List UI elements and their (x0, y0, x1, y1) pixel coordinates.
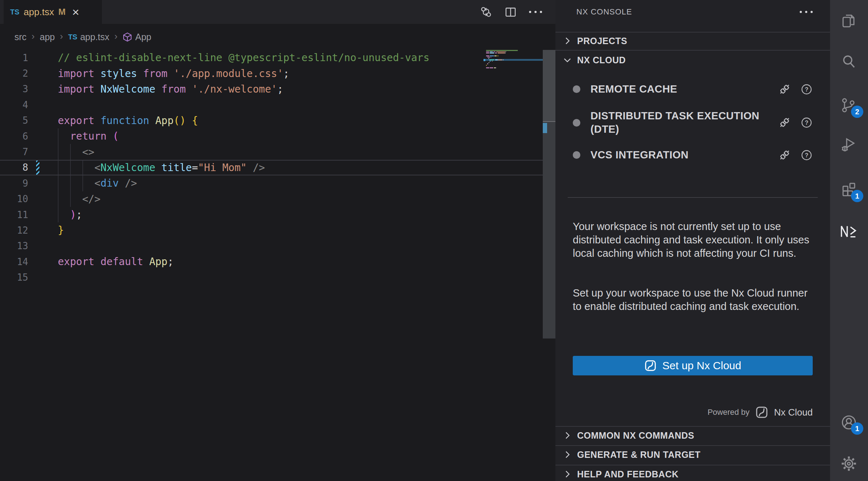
nx-console-panel: NX CONSOLE PROJECTS NX CLOUD REMOTE CACH… (555, 0, 830, 481)
run-debug-icon[interactable] (838, 135, 860, 156)
breadcrumb-label: app.tsx (80, 32, 109, 42)
code-line-text: export default App; (58, 256, 173, 268)
connect-plug-icon[interactable] (778, 116, 791, 129)
divider (568, 197, 818, 198)
section-common-nx-commands[interactable]: COMMON NX COMMANDS (555, 427, 830, 444)
tab-modified-indicator: M (58, 7, 65, 17)
help-icon[interactable]: ? (800, 149, 813, 161)
cloud-item-remote-cache[interactable]: REMOTE CACHE? (573, 82, 813, 96)
accounts-badge: 1 (851, 422, 863, 435)
breadcrumb-separator-icon: › (60, 31, 63, 42)
line-number: 6 (0, 131, 28, 142)
code-line-15: 15 (0, 269, 543, 285)
code-line-text: </> (58, 193, 100, 205)
code-line-11: 11 ); (0, 207, 543, 222)
modified-overview-mark (543, 123, 547, 133)
code-line-text: import NxWelcome from './nx-welcome'; (58, 83, 283, 95)
line-number: 14 (0, 256, 28, 267)
tab-app-tsx[interactable]: TS app.tsx M × (4, 0, 102, 24)
breadcrumb-item-app[interactable]: app (40, 32, 55, 42)
section-nx-cloud[interactable]: NX CLOUD (555, 51, 830, 69)
breadcrumb-separator-icon: › (115, 31, 118, 42)
source-control-icon[interactable]: 2 (838, 95, 860, 116)
typescript-file-icon: TS (10, 8, 20, 16)
code-line-text: ); (58, 209, 82, 221)
breadcrumb-item-app-tsx[interactable]: TSapp.tsx (68, 32, 109, 42)
typescript-file-icon: TS (68, 33, 77, 41)
code-line-7: 7 <> (0, 144, 543, 159)
editor-actions (480, 0, 542, 24)
code-line-text: <> (58, 146, 94, 158)
line-number: 7 (0, 146, 28, 157)
source-control-badge: 2 (851, 106, 863, 118)
section-label: HELP AND FEEDBACK (577, 469, 679, 480)
minimap[interactable] (486, 50, 543, 137)
line-number: 5 (0, 115, 28, 126)
divider (555, 50, 830, 51)
extensions-icon[interactable]: 1 (838, 179, 860, 201)
line-number: 9 (0, 178, 28, 189)
cloud-item-label: VCS INTEGRATION (590, 148, 778, 162)
breadcrumb: src›app›TSapp.tsx›App (14, 29, 151, 45)
line-number: 2 (0, 68, 28, 79)
code-line-text: <div /> (58, 177, 137, 189)
breadcrumb-item-app[interactable]: App (123, 32, 151, 42)
powered-by-nx-cloud[interactable]: Powered by Nx Cloud (708, 406, 813, 419)
code-line-text: <NxWelcome title="Hi Mom" /> (58, 162, 265, 174)
editor-region: TS app.tsx M × src›app›TSapp.tsx›App (0, 0, 555, 481)
line-number: 8 (0, 162, 28, 173)
connect-plug-icon[interactable] (778, 83, 791, 96)
cloud-item-label: DISTRIBUTED TASK EXECUTION (DTE) (590, 109, 778, 136)
settings-gear-icon[interactable] (838, 453, 860, 474)
tab-title: app.tsx (24, 7, 54, 18)
code-line-13: 13 (0, 238, 543, 254)
section-generate-run-target[interactable]: GENERATE & RUN TARGET (555, 446, 830, 463)
help-icon[interactable]: ? (800, 83, 813, 95)
help-icon[interactable]: ? (800, 116, 813, 129)
editor-scrollbar[interactable] (543, 50, 555, 339)
line-number: 10 (0, 193, 28, 204)
scrollbar-thumb[interactable] (543, 50, 555, 122)
activity-bar: 2 1 1 (830, 0, 868, 481)
line-number: 3 (0, 84, 28, 94)
code-line-2: 2import styles from './app.module.css'; (0, 65, 543, 81)
chevron-right-icon (563, 450, 572, 459)
svg-text:?: ? (805, 152, 808, 158)
code-line-5: 5export function App() { (0, 113, 543, 128)
cloud-item-distributed-task-execution-dte-[interactable]: DISTRIBUTED TASK EXECUTION (DTE)? (573, 109, 813, 136)
panel-more-actions-icon[interactable] (800, 7, 813, 17)
breadcrumb-item-src[interactable]: src (14, 32, 26, 42)
cloud-item-vcs-integration[interactable]: VCS INTEGRATION? (573, 148, 813, 162)
split-editor-icon[interactable] (504, 6, 517, 18)
code-line-12: 12} (0, 222, 543, 238)
section-projects-label: PROJECTS (577, 36, 627, 46)
line-number: 4 (0, 99, 28, 110)
nx-console-icon[interactable] (838, 221, 860, 242)
section-help-and-feedback[interactable]: HELP AND FEEDBACK (555, 465, 830, 481)
close-icon[interactable]: × (72, 6, 79, 18)
chevron-down-icon (563, 55, 572, 65)
workspace-status-text: Your workspace is not currently set up t… (573, 220, 818, 260)
explorer-icon[interactable] (838, 10, 860, 32)
panel-title: NX CONSOLE (576, 0, 632, 24)
setup-nx-cloud-button[interactable]: Set up Nx Cloud (573, 356, 813, 375)
code-line-text: // eslint-disable-next-line @typescript-… (58, 52, 429, 64)
code-editor[interactable]: 1// eslint-disable-next-line @typescript… (0, 50, 543, 285)
scrollbar-divider (543, 121, 555, 122)
nx-cloud-icon (755, 406, 768, 419)
accounts-icon[interactable]: 1 (838, 412, 860, 433)
breadcrumb-label: App (135, 32, 151, 42)
code-line-text: return ( (58, 130, 119, 142)
tab-bar: TS app.tsx M × (0, 0, 555, 24)
setup-instruction-text: Set up your workspace to use the Nx Clou… (573, 286, 818, 313)
modified-line-gutter-indicator (36, 161, 39, 175)
breadcrumb-separator-icon: › (31, 31, 35, 42)
status-bullet (573, 119, 580, 127)
connect-plug-icon[interactable] (778, 149, 791, 162)
code-line-text: export function App() { (58, 115, 198, 127)
more-actions-icon[interactable] (529, 7, 542, 17)
search-icon[interactable] (838, 51, 860, 73)
section-label: GENERATE & RUN TARGET (577, 450, 701, 460)
section-projects[interactable]: PROJECTS (555, 32, 830, 50)
open-changes-icon[interactable] (480, 6, 492, 18)
